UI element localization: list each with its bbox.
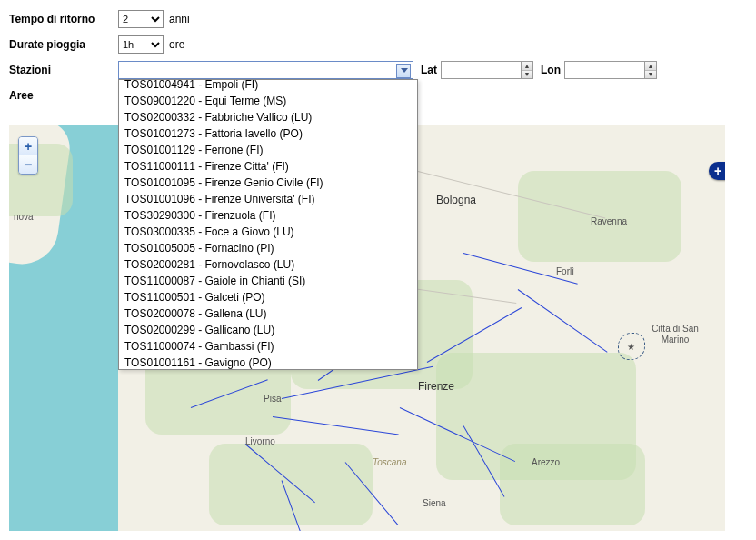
zoom-control: + − — [18, 136, 38, 175]
chevron-down-icon — [401, 68, 408, 73]
capital-star-icon: ★ — [627, 342, 635, 352]
label-durate: Durate pioggia — [9, 38, 118, 51]
station-option[interactable]: TOS01004941 - Empoli (FI) — [119, 79, 417, 93]
station-option[interactable]: TOS02000281 - Fornovolasco (LU) — [119, 256, 417, 273]
label-lat: Lat — [421, 64, 437, 76]
station-option[interactable]: TOS09001220 - Equi Terme (MS) — [119, 93, 417, 109]
city-label: Bologna — [436, 194, 476, 206]
layer-toggle-button[interactable]: + — [709, 162, 725, 180]
station-option[interactable]: TOS02000332 - Fabbriche Vallico (LU) — [119, 109, 417, 125]
city-label: Siena — [423, 498, 446, 508]
label-stazioni: Stazioni — [9, 64, 118, 76]
label-tempo: Tempo di ritorno — [9, 13, 118, 25]
station-option[interactable]: TOS01001095 - Firenze Genio Civile (FI) — [119, 175, 417, 191]
city-label: nova — [14, 212, 34, 222]
city-label: Firenze — [418, 380, 454, 393]
station-option[interactable]: TOS11000501 - Galceti (PO) — [119, 289, 417, 305]
durate-suffix: ore — [169, 38, 184, 51]
station-option[interactable]: TOS02000299 - Gallicano (LU) — [119, 322, 417, 338]
label-aree: Aree — [9, 89, 118, 102]
city-label: Pisa — [264, 394, 281, 404]
station-option[interactable]: TOS02000078 - Gallena (LU) — [119, 305, 417, 322]
lon-up-button[interactable]: ▲ — [645, 62, 656, 71]
city-label: Livorno — [245, 436, 275, 446]
lat-down-button[interactable]: ▼ — [522, 71, 532, 79]
station-option[interactable]: TOS11000111 - Firenze Citta' (FI) — [119, 158, 417, 175]
tempo-select[interactable]: 2 — [118, 10, 164, 28]
lat-input[interactable] — [441, 61, 521, 79]
city-label: Arezzo — [532, 457, 560, 467]
region-label: Toscana — [373, 457, 406, 467]
stazioni-select[interactable] — [118, 61, 413, 79]
tempo-suffix: anni — [169, 13, 190, 25]
station-option[interactable]: TOS01001161 - Gavigno (PO) — [119, 355, 417, 370]
station-option[interactable]: TOS11000074 - Gambassi (FI) — [119, 338, 417, 355]
station-option[interactable]: TOS03000335 - Foce a Giovo (LU) — [119, 224, 417, 240]
city-label: Forlì — [556, 266, 574, 276]
durate-select[interactable]: 1h — [118, 35, 164, 54]
station-option[interactable]: TOS01001096 - Firenze Universita' (FI) — [119, 191, 417, 207]
lon-input[interactable] — [564, 61, 644, 79]
lon-down-button[interactable]: ▼ — [645, 71, 656, 79]
lat-up-button[interactable]: ▲ — [522, 62, 532, 71]
city-label: Citta di San Marino — [643, 324, 707, 345]
station-option[interactable]: TOS01005005 - Fornacino (PI) — [119, 240, 417, 256]
zoom-in-button[interactable]: + — [19, 137, 37, 155]
stazioni-dropdown[interactable]: TOS01001029 - Dicomano (FI)TOS11000003 -… — [118, 79, 418, 370]
zoom-out-button[interactable]: − — [19, 155, 37, 174]
station-option[interactable]: TOS01001273 - Fattoria Iavello (PO) — [119, 125, 417, 142]
station-option[interactable]: TOS11000087 - Gaiole in Chianti (SI) — [119, 273, 417, 289]
label-lon: Lon — [541, 64, 561, 76]
station-option[interactable]: TOS01001129 - Ferrone (FI) — [119, 142, 417, 158]
station-option[interactable]: TOS30290300 - Firenzuola (FI) — [119, 207, 417, 224]
city-label: Ravenna — [591, 216, 627, 226]
